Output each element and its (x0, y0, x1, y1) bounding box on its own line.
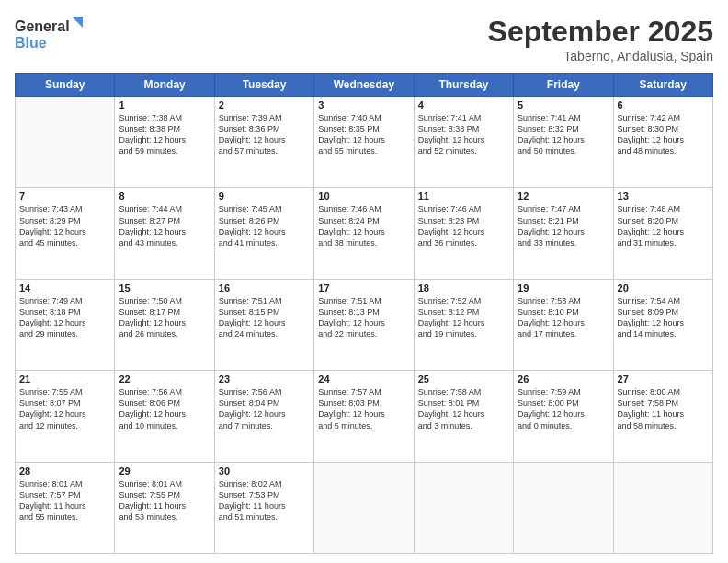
day-number: 8 (119, 190, 210, 201)
day-info: Sunrise: 7:38 AMSunset: 8:38 PMDaylight:… (119, 112, 210, 157)
calendar-cell: 13Sunrise: 7:48 AMSunset: 8:20 PMDayligh… (613, 188, 712, 279)
day-info: Sunrise: 7:47 AMSunset: 8:21 PMDaylight:… (518, 203, 609, 248)
day-number: 3 (318, 99, 409, 110)
day-number: 15 (119, 282, 210, 293)
calendar-cell: 22Sunrise: 7:56 AMSunset: 8:06 PMDayligh… (115, 371, 214, 462)
day-info: Sunrise: 7:45 AMSunset: 8:26 PMDaylight:… (219, 203, 310, 248)
calendar-week-3: 14Sunrise: 7:49 AMSunset: 8:18 PMDayligh… (16, 279, 713, 370)
calendar-cell: 8Sunrise: 7:44 AMSunset: 8:27 PMDaylight… (115, 188, 214, 279)
day-info: Sunrise: 7:49 AMSunset: 8:18 PMDaylight:… (19, 295, 110, 340)
day-number: 30 (219, 465, 310, 477)
calendar-cell: 5Sunrise: 7:41 AMSunset: 8:32 PMDaylight… (514, 97, 613, 188)
day-number: 25 (418, 373, 509, 385)
calendar-cell (314, 462, 414, 553)
calendar-cell: 1Sunrise: 7:38 AMSunset: 8:38 PMDaylight… (115, 97, 214, 188)
calendar-cell: 25Sunrise: 7:58 AMSunset: 8:01 PMDayligh… (414, 371, 513, 462)
calendar-week-5: 28Sunrise: 8:01 AMSunset: 7:57 PMDayligh… (16, 462, 713, 553)
day-number: 4 (418, 99, 509, 110)
day-info: Sunrise: 7:48 AMSunset: 8:20 PMDaylight:… (618, 203, 709, 248)
day-info: Sunrise: 8:01 AMSunset: 7:57 PMDaylight:… (19, 478, 110, 523)
calendar-cell: 7Sunrise: 7:43 AMSunset: 8:29 PMDaylight… (16, 188, 115, 279)
calendar-cell: 19Sunrise: 7:53 AMSunset: 8:10 PMDayligh… (514, 279, 613, 370)
calendar-cell: 11Sunrise: 7:46 AMSunset: 8:23 PMDayligh… (414, 188, 513, 279)
day-number: 1 (119, 99, 210, 110)
calendar-cell: 28Sunrise: 8:01 AMSunset: 7:57 PMDayligh… (16, 462, 115, 553)
calendar-cell: 18Sunrise: 7:52 AMSunset: 8:12 PMDayligh… (414, 279, 513, 370)
day-number: 11 (418, 190, 509, 201)
day-number: 28 (19, 465, 110, 477)
location: Taberno, Andalusia, Spain (488, 49, 713, 63)
calendar-cell: 14Sunrise: 7:49 AMSunset: 8:18 PMDayligh… (16, 279, 115, 370)
day-info: Sunrise: 7:43 AMSunset: 8:29 PMDaylight:… (19, 203, 110, 248)
svg-marker-1 (72, 17, 83, 28)
day-info: Sunrise: 7:55 AMSunset: 8:07 PMDaylight:… (19, 386, 110, 431)
day-number: 7 (19, 190, 110, 201)
col-monday: Monday (115, 74, 214, 97)
calendar-cell: 9Sunrise: 7:45 AMSunset: 8:26 PMDaylight… (214, 188, 313, 279)
day-number: 27 (618, 373, 709, 385)
calendar-cell: 12Sunrise: 7:47 AMSunset: 8:21 PMDayligh… (514, 188, 613, 279)
title-section: September 2025 Taberno, Andalusia, Spain (488, 15, 713, 63)
day-info: Sunrise: 8:02 AMSunset: 7:53 PMDaylight:… (219, 478, 310, 523)
calendar-cell: 24Sunrise: 7:57 AMSunset: 8:03 PMDayligh… (314, 371, 414, 462)
day-info: Sunrise: 8:00 AMSunset: 7:58 PMDaylight:… (618, 386, 709, 431)
calendar-cell: 16Sunrise: 7:51 AMSunset: 8:15 PMDayligh… (214, 279, 313, 370)
calendar-cell: 3Sunrise: 7:40 AMSunset: 8:35 PMDaylight… (314, 97, 414, 188)
calendar-week-2: 7Sunrise: 7:43 AMSunset: 8:29 PMDaylight… (16, 188, 713, 279)
day-info: Sunrise: 7:51 AMSunset: 8:15 PMDaylight:… (219, 295, 310, 340)
month-title: September 2025 (488, 15, 713, 49)
day-number: 24 (318, 373, 409, 385)
logo: General Blue (15, 15, 88, 56)
calendar-cell (414, 462, 513, 553)
calendar-cell (613, 462, 712, 553)
header-row: Sunday Monday Tuesday Wednesday Thursday… (16, 74, 713, 97)
day-number: 10 (318, 190, 409, 201)
day-info: Sunrise: 7:41 AMSunset: 8:33 PMDaylight:… (418, 112, 509, 157)
calendar-cell (16, 97, 115, 188)
day-info: Sunrise: 7:54 AMSunset: 8:09 PMDaylight:… (618, 295, 709, 340)
svg-text:General: General (15, 18, 70, 34)
calendar-cell: 6Sunrise: 7:42 AMSunset: 8:30 PMDaylight… (613, 97, 712, 188)
calendar-table: Sunday Monday Tuesday Wednesday Thursday… (15, 73, 713, 554)
calendar-cell: 29Sunrise: 8:01 AMSunset: 7:55 PMDayligh… (115, 462, 214, 553)
day-info: Sunrise: 7:52 AMSunset: 8:12 PMDaylight:… (418, 295, 509, 340)
day-number: 6 (618, 99, 709, 110)
header: General Blue September 2025 Taberno, And… (15, 15, 713, 63)
day-number: 5 (518, 99, 609, 110)
day-info: Sunrise: 7:42 AMSunset: 8:30 PMDaylight:… (618, 112, 709, 157)
day-info: Sunrise: 7:53 AMSunset: 8:10 PMDaylight:… (518, 295, 609, 340)
svg-text:Blue: Blue (15, 35, 47, 51)
day-number: 9 (219, 190, 310, 201)
day-info: Sunrise: 7:51 AMSunset: 8:13 PMDaylight:… (318, 295, 409, 340)
day-number: 29 (119, 465, 210, 477)
day-number: 17 (318, 282, 409, 293)
calendar-cell: 23Sunrise: 7:56 AMSunset: 8:04 PMDayligh… (214, 371, 313, 462)
day-number: 23 (219, 373, 310, 385)
day-info: Sunrise: 7:50 AMSunset: 8:17 PMDaylight:… (119, 295, 210, 340)
day-number: 20 (618, 282, 709, 293)
day-number: 21 (19, 373, 110, 385)
day-number: 12 (518, 190, 609, 201)
day-info: Sunrise: 7:59 AMSunset: 8:00 PMDaylight:… (518, 386, 609, 431)
calendar-cell: 10Sunrise: 7:46 AMSunset: 8:24 PMDayligh… (314, 188, 414, 279)
calendar-cell: 15Sunrise: 7:50 AMSunset: 8:17 PMDayligh… (115, 279, 214, 370)
calendar-cell: 21Sunrise: 7:55 AMSunset: 8:07 PMDayligh… (16, 371, 115, 462)
day-info: Sunrise: 7:39 AMSunset: 8:36 PMDaylight:… (219, 112, 310, 157)
day-number: 13 (618, 190, 709, 201)
day-info: Sunrise: 7:57 AMSunset: 8:03 PMDaylight:… (318, 386, 409, 431)
page: General Blue September 2025 Taberno, And… (0, 0, 728, 563)
col-friday: Friday (514, 74, 613, 97)
calendar-cell (514, 462, 613, 553)
day-number: 14 (19, 282, 110, 293)
col-sunday: Sunday (16, 74, 115, 97)
day-info: Sunrise: 7:44 AMSunset: 8:27 PMDaylight:… (119, 203, 210, 248)
calendar-week-4: 21Sunrise: 7:55 AMSunset: 8:07 PMDayligh… (16, 371, 713, 462)
calendar-week-1: 1Sunrise: 7:38 AMSunset: 8:38 PMDaylight… (16, 97, 713, 188)
calendar-cell: 17Sunrise: 7:51 AMSunset: 8:13 PMDayligh… (314, 279, 414, 370)
day-info: Sunrise: 7:40 AMSunset: 8:35 PMDaylight:… (318, 112, 409, 157)
day-info: Sunrise: 7:56 AMSunset: 8:06 PMDaylight:… (119, 386, 210, 431)
calendar-cell: 20Sunrise: 7:54 AMSunset: 8:09 PMDayligh… (613, 279, 712, 370)
col-tuesday: Tuesday (214, 74, 313, 97)
day-info: Sunrise: 8:01 AMSunset: 7:55 PMDaylight:… (119, 478, 210, 523)
day-number: 26 (518, 373, 609, 385)
